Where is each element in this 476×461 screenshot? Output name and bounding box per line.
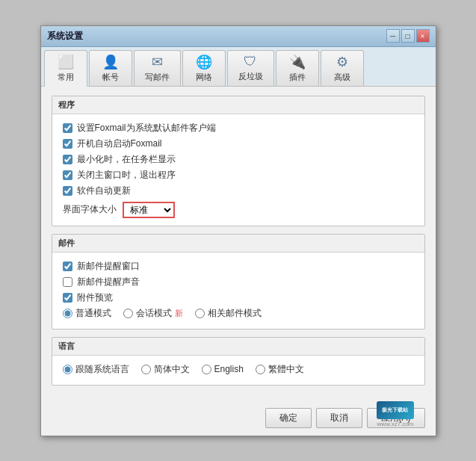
checkbox-label-default-client: 设置Foxmail为系统默认邮件客户端	[77, 122, 216, 134]
radio-conversation-mode-label: 会话模式	[136, 307, 172, 320]
account-icon: 👤	[102, 54, 119, 70]
checkbox-label-attachment-preview: 附件预览	[77, 291, 113, 304]
checkbox-label-auto-start: 开机自动启动Foxmail	[77, 137, 162, 150]
checkbox-label-new-mail-popup: 新邮件提醒窗口	[77, 260, 140, 273]
radio-normal-mode-label: 普通模式	[75, 307, 111, 320]
radio-english: English	[202, 364, 244, 374]
maximize-button[interactable]: □	[401, 29, 415, 43]
font-size-row: 界面字体大小 标准 小 大	[63, 202, 414, 218]
checkbox-row-minimize-tray: 最小化时，在任务栏显示	[63, 153, 414, 166]
checkbox-default-client[interactable]	[63, 123, 72, 133]
language-section: 语言 跟随系统语言 简体中文 English	[52, 337, 425, 386]
general-icon: ⬜	[58, 54, 74, 70]
checkbox-row-new-mail-popup: 新邮件提醒窗口	[63, 260, 414, 273]
tab-content: 程序 设置Foxmail为系统默认邮件客户端 开机自动启动Foxmail 最小化…	[41, 87, 436, 402]
mail-section-title: 邮件	[52, 235, 424, 253]
checkbox-row-default-client: 设置Foxmail为系统默认邮件客户端	[63, 122, 414, 134]
font-size-select[interactable]: 标准 小 大	[123, 202, 175, 218]
checkbox-new-mail-popup[interactable]	[63, 262, 72, 271]
tab-general-label: 常用	[58, 72, 74, 83]
window-title: 系统设置	[47, 30, 83, 43]
tab-network-label: 网络	[196, 72, 212, 83]
tab-network[interactable]: 🌐 网络	[182, 50, 226, 86]
antispam-icon: 🛡	[244, 54, 257, 69]
checkbox-label-minimize-tray: 最小化时，在任务栏显示	[77, 153, 176, 166]
tab-general[interactable]: ⬜ 常用	[44, 50, 87, 87]
cancel-button[interactable]: 取消	[316, 408, 362, 428]
language-row: 跟随系统语言 简体中文 English 繁體中文	[63, 363, 414, 376]
tab-antispam-label: 反垃圾	[238, 71, 263, 82]
watermark-url: www.xz7.com	[377, 421, 414, 427]
tab-antispam[interactable]: 🛡 反垃圾	[227, 50, 274, 86]
settings-window: 系统设置 ─ □ × ⬜ 常用 👤 帐号 ✉ 写邮件 🌐 网络	[40, 25, 436, 436]
close-button[interactable]: ×	[416, 29, 430, 43]
checkbox-auto-start[interactable]	[63, 139, 72, 149]
language-section-body: 跟随系统语言 简体中文 English 繁體中文	[52, 356, 424, 385]
tab-advanced[interactable]: ⚙ 高级	[321, 50, 364, 86]
radio-traditional-chinese: 繁體中文	[256, 363, 304, 376]
ok-button[interactable]: 确定	[265, 408, 312, 428]
tab-account-label: 帐号	[102, 72, 119, 83]
radio-simplified-chinese-input[interactable]	[141, 365, 151, 374]
checkbox-row-auto-update: 软件自动更新	[63, 185, 414, 197]
checkbox-auto-update[interactable]	[63, 186, 72, 196]
program-section-title: 程序	[52, 96, 424, 114]
radio-traditional-chinese-label: 繁體中文	[268, 363, 304, 376]
radio-follow-system: 跟随系统语言	[63, 363, 129, 376]
tab-compose-label: 写邮件	[145, 72, 170, 83]
tab-account[interactable]: 👤 帐号	[89, 50, 132, 86]
checkbox-label-close-exit: 关闭主窗口时，退出程序	[77, 169, 176, 182]
mail-section: 邮件 新邮件提醒窗口 新邮件提醒声音 附件预览	[52, 234, 425, 329]
tab-advanced-label: 高级	[334, 72, 350, 83]
checkbox-row-close-exit: 关闭主窗口时，退出程序	[63, 169, 414, 182]
tab-compose[interactable]: ✉ 写邮件	[134, 50, 181, 86]
radio-english-input[interactable]	[202, 365, 211, 374]
radio-related-mode-input[interactable]	[195, 309, 205, 318]
tab-plugins-label: 插件	[289, 72, 306, 83]
mail-mode-row: 普通模式 会话模式 新 相关邮件模式	[63, 307, 414, 320]
program-section: 程序 设置Foxmail为系统默认邮件客户端 开机自动启动Foxmail 最小化…	[52, 96, 425, 226]
plugins-icon: 🔌	[289, 54, 306, 70]
radio-conversation-mode: 会话模式 新	[123, 307, 183, 320]
watermark: 极光下载站 www.xz7.com	[377, 401, 414, 427]
radio-simplified-chinese: 简体中文	[141, 363, 190, 376]
radio-related-mode: 相关邮件模式	[195, 307, 262, 320]
font-size-label: 界面字体大小	[63, 203, 117, 216]
checkbox-new-mail-sound[interactable]	[63, 277, 72, 287]
conversation-mode-badge: 新	[175, 308, 183, 319]
title-bar: 系统设置 ─ □ ×	[41, 26, 436, 47]
title-controls: ─ □ ×	[386, 29, 430, 43]
checkbox-row-auto-start: 开机自动启动Foxmail	[63, 137, 414, 150]
compose-icon: ✉	[152, 54, 163, 70]
checkbox-label-auto-update: 软件自动更新	[77, 185, 131, 197]
checkbox-attachment-preview[interactable]	[63, 293, 72, 303]
checkbox-row-attachment-preview: 附件预览	[63, 291, 414, 304]
radio-english-label: English	[214, 364, 244, 374]
mail-section-body: 新邮件提醒窗口 新邮件提醒声音 附件预览 普通模式	[52, 253, 424, 329]
radio-simplified-chinese-label: 简体中文	[154, 363, 190, 376]
radio-follow-system-input[interactable]	[63, 365, 72, 374]
radio-related-mode-label: 相关邮件模式	[208, 307, 262, 320]
radio-normal-mode: 普通模式	[63, 307, 111, 320]
radio-traditional-chinese-input[interactable]	[256, 365, 265, 374]
network-icon: 🌐	[196, 54, 212, 70]
checkbox-minimize-tray[interactable]	[63, 155, 72, 164]
radio-normal-mode-input[interactable]	[63, 309, 72, 318]
radio-follow-system-label: 跟随系统语言	[75, 363, 129, 376]
radio-conversation-mode-input[interactable]	[123, 309, 133, 318]
checkbox-row-new-mail-sound: 新邮件提醒声音	[63, 276, 414, 288]
advanced-icon: ⚙	[336, 54, 348, 70]
checkbox-close-exit[interactable]	[63, 170, 72, 180]
language-section-title: 语言	[52, 338, 424, 356]
program-section-body: 设置Foxmail为系统默认邮件客户端 开机自动启动Foxmail 最小化时，在…	[52, 114, 424, 226]
tab-bar: ⬜ 常用 👤 帐号 ✉ 写邮件 🌐 网络 🛡 反垃圾 🔌 插件	[41, 47, 436, 87]
tab-plugins[interactable]: 🔌 插件	[276, 50, 319, 86]
checkbox-label-new-mail-sound: 新邮件提醒声音	[77, 276, 140, 288]
minimize-button[interactable]: ─	[386, 29, 400, 43]
